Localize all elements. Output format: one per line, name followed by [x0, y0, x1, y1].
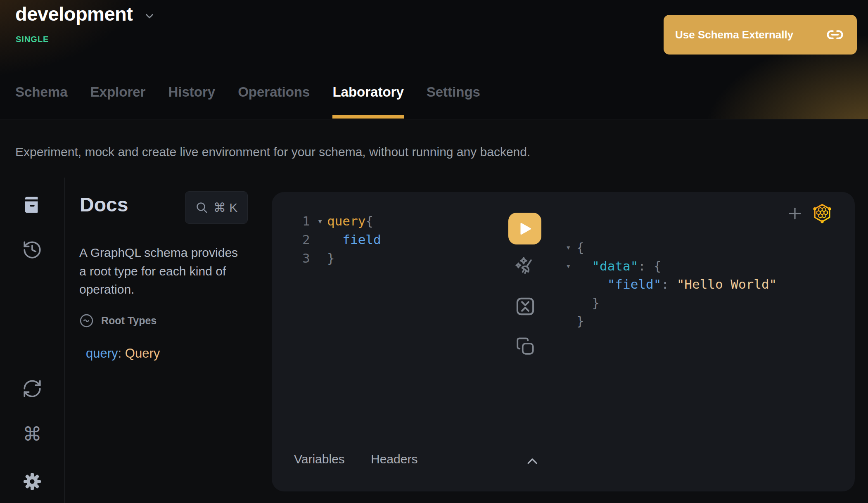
line-number: 3	[302, 249, 313, 268]
line-number: 1	[302, 212, 313, 230]
tab-explorer[interactable]: Explorer	[90, 81, 146, 119]
gear-icon	[22, 472, 42, 491]
tab-operations[interactable]: Operations	[238, 81, 310, 119]
root-types-label: Root Types	[101, 315, 157, 327]
chevron-up-icon	[525, 456, 539, 466]
root-types-icon	[79, 313, 94, 328]
response-line: }	[566, 294, 777, 312]
fold-icon[interactable]: ▾	[313, 212, 327, 230]
response-line: ▾{	[566, 238, 777, 257]
copy-icon	[515, 336, 536, 356]
execute-query-button[interactable]	[508, 213, 541, 244]
page-title: development	[15, 2, 133, 25]
editor-line: 3}	[302, 249, 381, 268]
command-icon: ⌘	[23, 425, 42, 444]
tab-settings[interactable]: Settings	[427, 81, 480, 119]
sidebar-item-settings[interactable]	[22, 472, 42, 491]
chevron-down-icon	[143, 10, 156, 22]
plus-icon	[787, 206, 803, 221]
brace-token: }	[327, 249, 335, 268]
prettify-broom-icon	[512, 255, 536, 280]
docs-panel: Docs ⌘ K A GraphQL schema provides a roo…	[65, 178, 272, 503]
root-type-type-name[interactable]: Query	[125, 346, 160, 361]
editor-line: 2 field	[302, 230, 381, 249]
response-line: ▾ "data": {	[566, 257, 777, 275]
refresh-icon	[22, 378, 43, 399]
line-number: 2	[302, 230, 313, 249]
search-button[interactable]: ⌘ K	[185, 191, 248, 224]
keyword-token: query	[327, 212, 365, 230]
hive-logo	[812, 203, 832, 223]
target-dropdown[interactable]: development	[15, 2, 156, 25]
brace-token: {	[365, 212, 373, 230]
editor-line: 1▾query{	[302, 212, 381, 230]
response-viewer: ▾{ ▾ "data": { "field": "Hello World" } …	[566, 238, 777, 330]
json-key: "field"	[576, 275, 661, 294]
single-badge: SINGLE	[16, 35, 49, 44]
tab-variables[interactable]: Variables	[294, 452, 345, 466]
copy-query-button[interactable]	[515, 336, 536, 356]
merge-fragments-button[interactable]	[514, 295, 536, 318]
search-shortcut: ⌘ K	[213, 200, 237, 215]
collapse-icon[interactable]: ▾	[566, 238, 576, 257]
nav-tabs: Schema Explorer History Operations Labor…	[15, 81, 480, 119]
merge-icon	[514, 295, 536, 318]
docs-heading: Docs	[80, 193, 128, 216]
tab-history[interactable]: History	[168, 81, 215, 119]
page-header: development SINGLE Use Schema Externally…	[0, 0, 868, 119]
add-tab-button[interactable]	[787, 206, 803, 221]
root-type-query-link[interactable]: query: Query	[86, 346, 160, 361]
laboratory-page: development SINGLE Use Schema Externally…	[0, 0, 868, 503]
sidebar-item-refetch-schema[interactable]	[22, 378, 43, 399]
field-token: field	[327, 230, 381, 249]
json-key: "data"	[576, 257, 638, 275]
laboratory-workspace: ⌘ D	[0, 178, 868, 503]
collapse-footer-button[interactable]	[525, 456, 539, 466]
sidebar-item-shortcuts[interactable]: ⌘	[23, 425, 42, 444]
history-icon	[22, 240, 43, 260]
response-line: "field": "Hello World"	[566, 275, 777, 294]
root-types-section: Root Types	[79, 313, 157, 328]
play-icon	[517, 221, 532, 236]
root-type-separator: :	[118, 346, 125, 361]
tab-headers[interactable]: Headers	[371, 452, 417, 466]
prettify-button[interactable]	[512, 255, 536, 280]
response-line: }	[566, 312, 777, 330]
page-subtitle: Experiment, mock and create live environ…	[15, 145, 530, 159]
plugin-sidebar: ⌘	[0, 178, 65, 503]
editor-footer-divider	[277, 440, 555, 440]
use-schema-externally-button[interactable]: Use Schema Externally	[664, 15, 857, 55]
use-schema-externally-label: Use Schema Externally	[675, 28, 793, 41]
link-icon	[826, 26, 844, 43]
collapse-icon[interactable]: ▾	[566, 257, 576, 275]
tab-schema[interactable]: Schema	[15, 81, 68, 119]
graphiql-panel: 1▾query{ 2 field 3}	[272, 192, 855, 491]
docs-book-icon	[23, 195, 42, 215]
json-string-value: "Hello World"	[669, 275, 777, 294]
docs-description: A GraphQL schema provides a root type fo…	[79, 244, 240, 299]
sidebar-item-docs[interactable]	[23, 195, 42, 215]
query-editor[interactable]: 1▾query{ 2 field 3}	[302, 212, 381, 268]
root-type-field-name: query	[86, 346, 118, 361]
tab-laboratory[interactable]: Laboratory	[332, 81, 403, 119]
search-icon	[195, 201, 208, 214]
sidebar-item-history[interactable]	[22, 240, 43, 260]
